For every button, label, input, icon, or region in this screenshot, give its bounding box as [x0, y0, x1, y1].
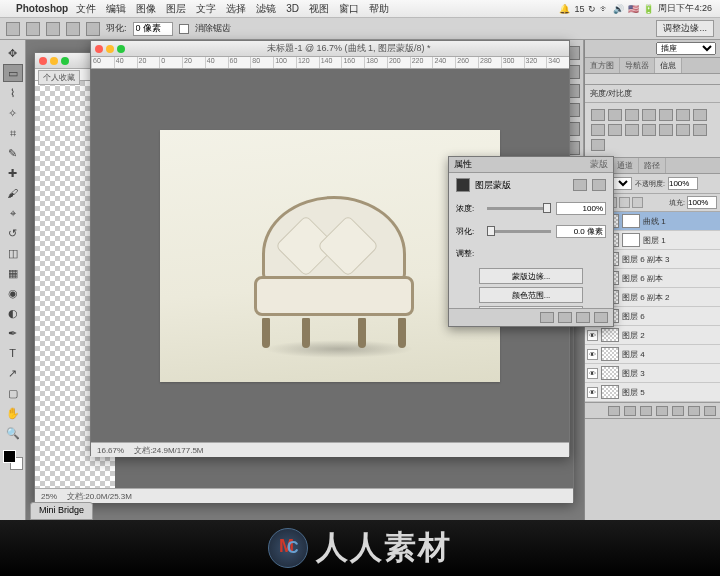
link-layers-icon[interactable]: [608, 406, 620, 416]
tool-preset-icon[interactable]: [6, 22, 20, 36]
properties-panel[interactable]: 属性 蒙版 图层蒙版 浓度: 羽化: 调整: 蒙版边缘... 颜色范围... 反…: [448, 156, 614, 327]
tab-info[interactable]: 信息: [655, 58, 682, 73]
zoom-icon[interactable]: [61, 57, 69, 65]
layer-name[interactable]: 图层 6 副本: [622, 273, 718, 284]
flag-icon[interactable]: 🇺🇸: [628, 4, 639, 14]
layer-name[interactable]: 图层 4: [622, 349, 718, 360]
lock-position-icon[interactable]: [619, 197, 630, 208]
wand-tool-icon[interactable]: ✧: [3, 104, 23, 122]
layer-name[interactable]: 图层 1: [643, 235, 718, 246]
color-range-button[interactable]: 颜色范围...: [479, 287, 583, 303]
blur-tool-icon[interactable]: ◉: [3, 284, 23, 302]
menu-select[interactable]: 选择: [226, 2, 246, 16]
close-icon[interactable]: [95, 45, 103, 53]
history-brush-icon[interactable]: ↺: [3, 224, 23, 242]
ruler-front[interactable]: 6040200204060801001201401601802002202402…: [91, 57, 569, 69]
disable-mask-icon[interactable]: [576, 312, 590, 323]
dodge-tool-icon[interactable]: ◐: [3, 304, 23, 322]
layer-name[interactable]: 图层 2: [622, 330, 718, 341]
menu-image[interactable]: 图像: [136, 2, 156, 16]
fill-input[interactable]: [687, 196, 717, 209]
adj-bw-icon[interactable]: [693, 109, 707, 121]
layer-name[interactable]: 图层 3: [622, 368, 718, 379]
zoom-icon[interactable]: [117, 45, 125, 53]
gradient-tool-icon[interactable]: ▦: [3, 264, 23, 282]
tab-channels[interactable]: 通道: [612, 158, 639, 173]
heal-tool-icon[interactable]: ✚: [3, 164, 23, 182]
marquee-int-icon[interactable]: [86, 22, 100, 36]
antialias-checkbox[interactable]: [179, 24, 189, 34]
feather-slider[interactable]: [487, 230, 551, 233]
adj-poster-icon[interactable]: [659, 124, 673, 136]
adj-curves-icon[interactable]: [625, 109, 639, 121]
menu-filter[interactable]: 滤镜: [256, 2, 276, 16]
opacity-input[interactable]: [668, 177, 698, 190]
tab-histogram[interactable]: 直方图: [585, 58, 620, 73]
adj-thresh-icon[interactable]: [676, 124, 690, 136]
menu-edit[interactable]: 编辑: [106, 2, 126, 16]
visibility-icon[interactable]: 👁: [587, 349, 598, 360]
app-name[interactable]: Photoshop: [16, 3, 68, 14]
path-tool-icon[interactable]: ↗: [3, 364, 23, 382]
adj-layer-icon[interactable]: [656, 406, 668, 416]
brush-tool-icon[interactable]: 🖌: [3, 184, 23, 202]
wifi-icon[interactable]: ᯤ: [600, 4, 609, 14]
menu-view[interactable]: 视图: [309, 2, 329, 16]
crop-tool-icon[interactable]: ⌗: [3, 124, 23, 142]
mini-bridge-tab[interactable]: Mini Bridge: [30, 502, 93, 520]
menu-help[interactable]: 帮助: [369, 2, 389, 16]
adj-hue-icon[interactable]: [676, 109, 690, 121]
shape-tool-icon[interactable]: ▢: [3, 384, 23, 402]
layer-name[interactable]: 图层 6 副本 2: [622, 292, 718, 303]
layer-name[interactable]: 曲线 1: [643, 216, 718, 227]
zoom-back[interactable]: 25%: [41, 492, 57, 501]
marquee-new-icon[interactable]: [26, 22, 40, 36]
adj-levels-icon[interactable]: [608, 109, 622, 121]
doc-back-tab[interactable]: 个人收藏: [38, 70, 80, 85]
adj-vibrance-icon[interactable]: [659, 109, 673, 121]
mask-icon[interactable]: [640, 406, 652, 416]
mask-edge-button[interactable]: 蒙版边缘...: [479, 268, 583, 284]
menu-window[interactable]: 窗口: [339, 2, 359, 16]
doc-front-titlebar[interactable]: 未标题-1 @ 16.7% (曲线 1, 图层蒙版/8) *: [91, 41, 569, 57]
layer-name[interactable]: 图层 6 副本 3: [622, 254, 718, 265]
tab-navigator[interactable]: 导航器: [620, 58, 655, 73]
adj-brightness-icon[interactable]: [591, 109, 605, 121]
sync-icon[interactable]: ↻: [588, 4, 596, 14]
adj-select-icon[interactable]: [591, 139, 605, 151]
pen-tool-icon[interactable]: ✒: [3, 324, 23, 342]
refine-edge-button[interactable]: 调整边缘...: [656, 20, 714, 37]
layer-row[interactable]: 👁 图层 2: [585, 326, 720, 345]
props-feather-input[interactable]: [556, 225, 606, 238]
trash-icon[interactable]: [704, 406, 716, 416]
fx-icon[interactable]: [624, 406, 636, 416]
marquee-sub-icon[interactable]: [66, 22, 80, 36]
delete-mask-icon[interactable]: [594, 312, 608, 323]
move-tool-icon[interactable]: ✥: [3, 44, 23, 62]
layer-name[interactable]: 图层 5: [622, 387, 718, 398]
minimize-icon[interactable]: [50, 57, 58, 65]
hand-tool-icon[interactable]: ✋: [3, 404, 23, 422]
workspace-select[interactable]: 插座: [656, 42, 716, 55]
density-slider[interactable]: [487, 207, 551, 210]
visibility-icon[interactable]: 👁: [587, 330, 598, 341]
apply-mask-icon[interactable]: [558, 312, 572, 323]
adj-lookup-icon[interactable]: [625, 124, 639, 136]
lock-all-icon[interactable]: [632, 197, 643, 208]
lasso-tool-icon[interactable]: ⌇: [3, 84, 23, 102]
minimize-icon[interactable]: [106, 45, 114, 53]
density-input[interactable]: [556, 202, 606, 215]
zoom-tool-icon[interactable]: 🔍: [3, 424, 23, 442]
marquee-tool-icon[interactable]: ▭: [3, 64, 23, 82]
battery-icon[interactable]: 🔋: [643, 4, 654, 14]
layer-row[interactable]: 👁 图层 3: [585, 364, 720, 383]
clock[interactable]: 周日下午4:26: [658, 2, 712, 15]
layer-name[interactable]: 图层 6: [622, 311, 718, 322]
group-icon[interactable]: [672, 406, 684, 416]
adj-photo-icon[interactable]: [591, 124, 605, 136]
menu-file[interactable]: 文件: [76, 2, 96, 16]
eyedropper-tool-icon[interactable]: ✎: [3, 144, 23, 162]
color-swatches[interactable]: [3, 450, 23, 470]
pixel-mask-icon[interactable]: [573, 179, 587, 191]
close-icon[interactable]: [39, 57, 47, 65]
